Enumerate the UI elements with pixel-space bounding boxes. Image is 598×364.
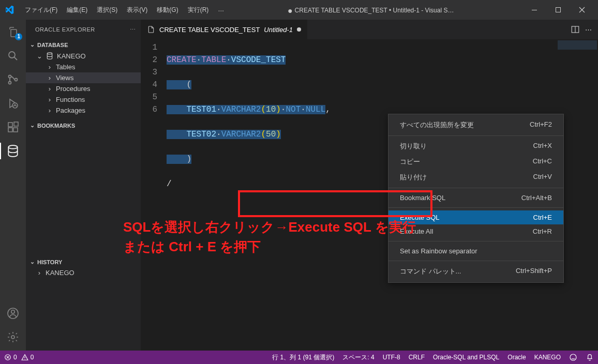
cm-rainbow-separator[interactable]: Set as Rainbow separator [388,244,563,258]
status-encoding[interactable]: UTF-8 [383,354,400,361]
status-cursor[interactable]: 行 1、列 1 (91 個選択) [272,353,334,362]
separator [388,261,563,261]
tree-functions[interactable]: ›Functions [26,94,141,105]
chevron-down-icon: ⌄ [29,259,35,265]
cm-change-all-occurrences[interactable]: すべての出現箇所を変更Ctrl+F2 [388,117,563,133]
sidebar-title: ORACLE EXPLORER ⋯ [26,20,141,39]
section-bookmarks[interactable]: ⌄ BOOKMARKS [26,120,141,131]
oracle-db-icon[interactable] [6,144,20,158]
menu-view[interactable]: 表示(V) [123,3,152,18]
status-problems[interactable]: 0 0 [4,354,34,361]
database-icon [46,52,54,60]
svg-point-13 [11,310,14,313]
chevron-right-icon: › [36,269,42,277]
svg-point-4 [9,82,11,84]
menu-run[interactable]: 実行(R) [184,3,213,18]
status-connection[interactable]: KANEGO [534,354,561,361]
warning-icon [21,354,28,361]
menu-go[interactable]: 移動(G) [153,3,182,18]
accounts-icon[interactable] [6,306,20,321]
chevron-right-icon: › [47,107,53,114]
separator [388,188,563,188]
chevron-right-icon: › [47,96,53,103]
chevron-right-icon: › [47,74,53,82]
explorer-badge: 1 [15,33,22,40]
minimize-button[interactable] [522,0,546,20]
tree-packages[interactable]: ›Packages [26,105,141,116]
svg-rect-10 [14,122,18,126]
svg-rect-8 [8,128,12,132]
explorer-icon[interactable]: 1 [6,25,20,39]
error-icon [4,354,11,361]
chevron-right-icon: › [47,85,53,93]
settings-gear-icon[interactable] [6,330,20,344]
menu-overflow[interactable]: … [214,3,229,18]
window-title: ●CREATE TABLE VSCODE_TEST • Untitled-1 -… [229,5,522,14]
cm-cut[interactable]: 切り取りCtrl+X [388,139,563,154]
feedback-icon[interactable] [569,353,577,361]
editor-tab[interactable]: CREATE TABLE VSCODE_TEST Untitled-1 [141,20,308,39]
svg-rect-0 [532,10,537,10]
menubar: ファイル(F) 編集(E) 選択(S) 表示(V) 移動(G) 実行(R) … [21,3,229,18]
status-indent[interactable]: スペース: 4 [342,353,374,362]
svg-rect-1 [556,8,561,12]
svg-point-18 [570,354,576,360]
status-group[interactable]: Oracle [507,354,526,361]
split-editor-icon[interactable] [571,25,580,34]
dirty-indicator-icon [297,27,301,32]
tabbar: CREATE TABLE VSCODE_TEST Untitled-1 ⋯ [141,20,598,39]
window-controls [522,0,594,20]
svg-point-3 [9,75,11,78]
dirty-dot-icon: ● [288,6,293,15]
status-eol[interactable]: CRLF [409,354,425,361]
cm-execute-all[interactable]: Execute AllCtrl+R [388,224,563,238]
tree-views[interactable]: ›Views [26,72,141,83]
tree-procedures[interactable]: ›Procedures [26,83,141,94]
vscode-logo-icon [4,5,14,15]
svg-point-5 [15,79,18,81]
cm-command-palette[interactable]: コマンド パレット...Ctrl+Shift+P [388,264,563,279]
editor-overflow-icon[interactable]: ⋯ [585,26,593,34]
status-language[interactable]: Oracle-SQL and PLSQL [433,354,499,361]
svg-point-15 [47,53,52,54]
maximize-button[interactable] [546,0,570,20]
tab-label: CREATE TABLE VSCODE_TEST [159,26,260,34]
svg-point-2 [9,52,15,58]
sidebar-overflow-icon[interactable]: ⋯ [130,26,136,33]
cm-paste[interactable]: 貼り付けCtrl+V [388,170,563,185]
activitybar: 1 [0,20,26,351]
statusbar: 0 0 行 1、列 1 (91 個選択) スペース: 4 UTF-8 CRLF … [0,351,598,364]
cm-copy[interactable]: コピーCtrl+C [388,154,563,170]
chevron-down-icon: ⌄ [29,41,35,48]
search-icon[interactable] [6,49,20,63]
file-icon [147,25,155,34]
svg-rect-9 [13,128,18,132]
line-gutter: 1 2 3 4 5 6 [141,41,167,215]
close-button[interactable] [570,0,594,20]
chevron-right-icon: › [47,63,53,71]
section-database[interactable]: ⌄ DATABASE [26,39,141,50]
cm-bookmark-sql[interactable]: Bookmark SQLCtrl+Alt+B [388,191,563,205]
history-item[interactable]: › KANEGO [26,267,141,278]
chevron-down-icon: ⌄ [29,122,35,129]
svg-point-11 [8,145,17,149]
sidebar: ORACLE EXPLORER ⋯ ⌄ DATABASE ⌄ KANEGO ›T… [26,20,141,351]
run-debug-icon[interactable] [6,96,20,111]
tree-connection[interactable]: ⌄ KANEGO [26,50,141,62]
extensions-icon[interactable] [6,120,20,134]
source-control-icon[interactable] [6,72,20,87]
svg-rect-7 [8,123,12,127]
separator [388,241,563,241]
context-menu: すべての出現箇所を変更Ctrl+F2 切り取りCtrl+X コピーCtrl+C … [388,114,564,283]
section-history[interactable]: ⌄ HISTORY [26,256,141,267]
menu-file[interactable]: ファイル(F) [21,3,62,18]
svg-point-14 [11,336,14,339]
menu-edit[interactable]: 編集(E) [63,3,92,18]
tree-tables[interactable]: ›Tables [26,62,141,72]
titlebar: ファイル(F) 編集(E) 選択(S) 表示(V) 移動(G) 実行(R) … … [0,0,598,20]
bell-icon[interactable] [586,353,594,361]
tab-filename: Untitled-1 [264,26,293,34]
chevron-down-icon: ⌄ [36,52,42,60]
cm-execute-sql[interactable]: Execute SQLCtrl+E [388,210,563,224]
menu-selection[interactable]: 選択(S) [93,3,122,18]
